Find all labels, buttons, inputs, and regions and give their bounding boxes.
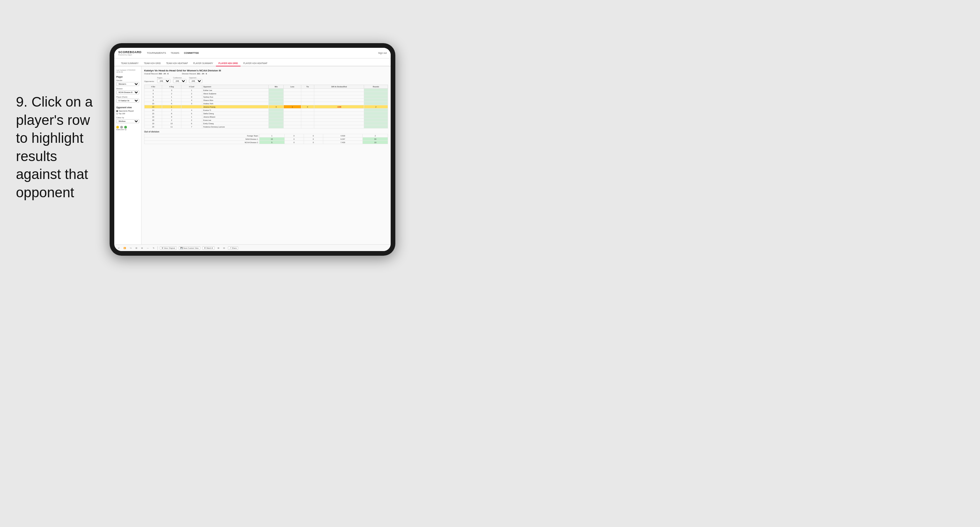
conference-filter: Conference (All) (173, 77, 186, 83)
opponent-select[interactable]: (All) (189, 79, 202, 83)
opponent-view-label2: Top 100 (119, 113, 125, 114)
undo-button[interactable]: ↩ (117, 247, 121, 249)
division-select[interactable]: NCAA Division III (116, 90, 139, 94)
tab-team-h2h-heatmap[interactable]: TEAM H2H HEATMAP (164, 61, 191, 67)
table-row[interactable]: 1822 Euna Lee (145, 119, 388, 122)
tab-player-h2h-grid[interactable]: PLAYER H2H GRID (216, 61, 241, 67)
col-win: Win (269, 85, 284, 89)
filter-button[interactable]: ⊞ (135, 247, 138, 249)
table-row[interactable]: 613 Sydney Kuo (145, 95, 388, 98)
col-opponent: Opponent (202, 85, 269, 89)
save-custom-view-button[interactable]: 💾 Save Custom View (179, 246, 200, 250)
table-row[interactable]: 1474 Eunice Yi (145, 109, 388, 112)
grid-area: Katelyn Vo Head-to-Head Grid for Women's… (142, 67, 391, 244)
expand-button[interactable]: ⊞ (216, 247, 220, 249)
region-filter: Region (All) (157, 77, 170, 83)
table-row[interactable]: 19106 Emily Chang (145, 122, 388, 125)
division-record: Division Record: 331 · 34 · 6 (182, 73, 207, 75)
grid-button[interactable]: ⊟ (222, 247, 226, 249)
h2h-table: # Div # Reg # Conf Opponent Win Loss Tie… (144, 85, 388, 129)
dash-button[interactable]: — (146, 247, 150, 249)
opponents-label: Opponents: (144, 80, 154, 83)
table-row[interactable]: 522 Alexis Sudjianto (145, 92, 388, 95)
opponent-view-option2[interactable]: Top 100 (116, 113, 139, 114)
share-button[interactable]: ↗ Share (228, 246, 238, 250)
table-row-highlighted[interactable]: 131 Jessica Huang 0 1 0 -3.00 2 (145, 105, 388, 109)
table-row[interactable]: 20117 Federica Domecq Lacroze (145, 125, 388, 129)
gender-label: Gender (116, 79, 139, 81)
eye-icon: 👁 (161, 247, 164, 249)
top-nav: SCOREBOARD Powered by clippd TOURNAMENTS… (114, 48, 391, 59)
opponent-view-option1[interactable]: Opponents Played (116, 110, 139, 112)
logo: SCOREBOARD Powered by clippd (118, 51, 142, 56)
table-row[interactable]: 331 Esther Lee (145, 89, 388, 92)
toolbar-divider (158, 246, 158, 250)
nav-tournaments[interactable]: TOURNAMENTS (147, 51, 166, 55)
refresh-button[interactable]: ↻ (152, 247, 156, 249)
opponent-view-title: Opponent view (116, 106, 139, 109)
opponent-filter: Opponent (All) (189, 77, 202, 83)
instruction-text: 9. Click on a player's row to highlight … (16, 93, 102, 202)
sidebar: Last Updated: 27/03/2024 16:55:38 Player… (114, 67, 142, 244)
nav-links: TOURNAMENTS TEAMS COMMITTEE (147, 51, 378, 55)
nav-committee[interactable]: COMMITTEE (184, 51, 199, 55)
colour-by-label: Colour by (116, 117, 139, 119)
col-loss: Loss (284, 85, 301, 89)
out-row-ncaa2[interactable]: NCAA Division 2 500 7.40010 (145, 141, 388, 144)
gender-select[interactable]: Women's (116, 82, 139, 86)
table-row[interactable]: 914 Sharon Mun (145, 98, 388, 102)
division-label: Division (116, 88, 139, 90)
sub-nav: TEAM SUMMARY TEAM H2H GRID TEAM H2H HEAT… (114, 59, 391, 67)
col-diff: Diff Av Strokes/Rnd (314, 85, 364, 89)
tab-team-summary[interactable]: TEAM SUMMARY (118, 61, 141, 67)
nav-teams[interactable]: TEAMS (171, 51, 180, 55)
tab-player-summary[interactable]: PLAYER SUMMARY (191, 61, 216, 67)
watch-button[interactable]: 👁 Watch ▾ (202, 246, 215, 250)
filters-row: Opponents: Region (All) Conference (All) (144, 77, 388, 83)
player-rank-select[interactable]: 8. Katelyn Vo (116, 98, 139, 103)
out-of-division-table: Foreign Team 100 4.5002 NAIA Division 1 … (144, 134, 388, 144)
region-select[interactable]: (All) (157, 79, 170, 83)
view-original-button[interactable]: 👁 View: Original (160, 246, 177, 250)
radio-dot-1 (116, 110, 118, 112)
opponent-view-section: Opponent view Opponents Played Top 100 (116, 106, 139, 114)
table-row[interactable]: 1063 Andrea York (145, 102, 388, 105)
instruction-body: Click on a player's row to highlight res… (16, 94, 93, 200)
table-row[interactable]: 1691 Jessica Mason (145, 115, 388, 119)
colour-by-select[interactable]: Win/loss (116, 119, 139, 123)
tab-team-h2h-grid[interactable]: TEAM H2H GRID (141, 61, 164, 67)
grid-records: Overall Record: 353 · 34 · 6 Division Re… (144, 73, 388, 75)
sign-out-button[interactable]: Sign out (378, 52, 387, 54)
legend-labels: Down Level Up (116, 129, 139, 130)
overall-record: Overall Record: 353 · 34 · 6 (144, 73, 169, 75)
settings-button[interactable]: ⊕ (140, 247, 144, 249)
logo-title: SCOREBOARD (118, 51, 142, 54)
legend-down-circle (116, 126, 119, 129)
col-rounds: Rounds (364, 85, 388, 89)
grid-title: Katelyn Vo Head-to-Head Grid for Women's… (144, 69, 388, 72)
out-row-foreign[interactable]: Foreign Team 100 4.5002 (145, 134, 388, 138)
col-div: # Div (145, 85, 162, 89)
legend-down-label: Down (116, 129, 119, 130)
out-row-naia1[interactable]: NAIA Division 1 1500 9.26730 (145, 138, 388, 141)
legend-circles (116, 126, 139, 129)
col-reg: # Reg (162, 85, 181, 89)
redo-button[interactable]: ⏩ (123, 247, 127, 249)
bottom-toolbar: ↩ ⏩ ↪ ⊞ ⊕ — ↻ 👁 View: Original 💾 Save Cu… (114, 244, 391, 251)
tablet-screen: SCOREBOARD Powered by clippd TOURNAMENTS… (114, 48, 391, 251)
player-rank-label: Player (Rank) (116, 96, 139, 98)
col-tie: Tie (301, 85, 314, 89)
forward-button[interactable]: ↪ (129, 247, 132, 249)
logo-subtitle: Powered by clippd (118, 54, 142, 56)
legend-up-label: Up (124, 129, 127, 130)
col-conf: # Conf (181, 85, 202, 89)
sidebar-player-title: Player (116, 76, 139, 78)
tab-player-h2h-heatmap[interactable]: PLAYER H2H HEATMAP (240, 61, 270, 67)
legend-up-circle (124, 126, 127, 129)
conference-select[interactable]: (All) (173, 79, 186, 83)
table-row[interactable]: 1585 Stella Cheng (145, 112, 388, 115)
table-header-row: # Div # Reg # Conf Opponent Win Loss Tie… (145, 85, 388, 89)
step-number: 9. (16, 94, 27, 110)
sidebar-timestamp: Last Updated: 27/03/2024 16:55:38 (116, 69, 139, 73)
radio-dot-2 (116, 113, 118, 114)
